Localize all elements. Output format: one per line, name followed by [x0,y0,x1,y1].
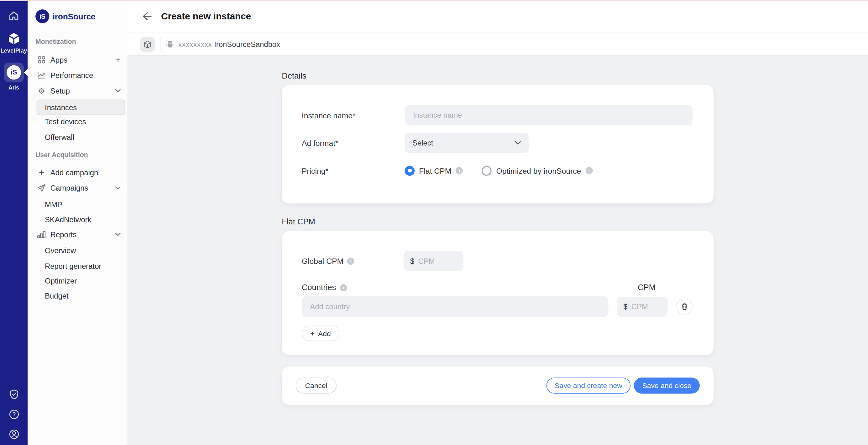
sidebar-item-label: Budget [45,292,69,300]
chevron-down-icon [515,141,521,145]
sidebar-item-label: Optimizer [45,277,77,285]
content-area: Details Instance name* Ad format* [127,56,868,445]
ad-format-select[interactable]: Select [405,133,529,153]
details-card: Instance name* Ad format* Select [282,85,714,203]
countries-header-row: Countries i CPM [302,283,714,292]
user-circle-icon [8,429,20,440]
levelplay-button[interactable]: LevelPlay [0,32,28,54]
campaigns-send-icon [37,184,47,193]
pricing-options: Flat CPM i Optimized by ironSource i [405,166,593,176]
global-cpm-row: Global CPM i $ [302,251,714,271]
sidebar-item-test-devices[interactable]: Test devices [28,114,127,129]
ads-button[interactable]: iS Ads [0,63,28,91]
levelplay-label: LevelPlay [1,47,27,54]
setup-gear-icon: ⚙ [37,87,47,95]
plus-icon: + [37,168,47,177]
country-cpm-field[interactable] [631,302,661,310]
ironsource-logo-icon: iS [35,9,49,23]
optimized-radio[interactable] [482,166,492,176]
country-cpm-input[interactable]: $ [617,297,668,317]
account-button[interactable] [0,429,28,440]
help-circle-icon: ? [8,409,20,420]
performance-chart-icon [37,71,47,79]
unity-levelplay-icon [7,32,20,45]
back-arrow-icon [141,11,153,22]
sidebar-item-label: Apps [51,56,67,64]
info-icon[interactable]: i [456,167,463,174]
sidebar-item-optimizer[interactable]: Optimizer [28,273,127,288]
sidebar-item-setup[interactable]: ⚙ Setup [28,83,127,98]
sidebar-item-offerwall[interactable]: Offerwall [28,129,127,145]
flat-cpm-card: Global CPM i $ Countries i [282,231,714,355]
app-context-bar: xxxxxxxxxIronSourceSandbox [127,33,868,56]
instance-name-row: Instance name* [302,105,714,126]
sidebar-item-label: Setup [51,87,70,95]
save-and-create-new-button[interactable]: Save and create new [547,378,631,394]
add-country-button[interactable]: + Add [302,326,339,341]
sidebar-item-label: SKAdNetwork [45,215,91,224]
sidebar-item-label: Test devices [45,117,86,126]
chevron-down-icon [115,186,121,190]
sidebar-item-apps[interactable]: Apps + [28,52,127,67]
divider [160,37,161,51]
sidebar-item-label: Add campaign [51,168,98,176]
ads-label: Ads [8,84,19,91]
add-label: Add [318,329,331,337]
instance-name-input[interactable] [405,105,692,126]
chevron-down-icon [115,89,121,92]
reports-bars-icon [37,230,47,239]
sidebar-item-label: Performance [51,71,93,79]
app-placeholder-tile [140,37,155,52]
android-icon [165,40,174,48]
country-input[interactable] [302,296,609,317]
compliance-button[interactable] [0,389,28,400]
sidebar-item-report-generator[interactable]: Report generator [28,258,127,274]
sidebar-item-reports[interactable]: Reports [28,227,127,242]
plus-icon: + [310,330,315,337]
svg-text:?: ? [12,411,16,417]
home-button[interactable] [0,10,28,22]
info-icon[interactable]: i [585,167,593,174]
info-icon[interactable]: i [347,257,354,265]
page-title: Create new instance [161,11,251,22]
cancel-button[interactable]: Cancel [296,378,337,394]
home-icon [8,10,20,22]
add-app-button[interactable]: + [116,56,121,64]
save-and-close-button[interactable]: Save and close [634,378,700,394]
sidebar-item-instances[interactable]: Instances [37,100,125,115]
actions-card: Cancel Save and create new Save and clos… [282,367,714,405]
shield-check-icon [8,389,20,400]
info-icon[interactable]: i [340,284,347,291]
flat-cpm-radio[interactable] [405,166,414,176]
sidebar-item-label: Campaigns [51,184,88,192]
brand-logo[interactable]: iS ironSource [35,9,95,23]
sidebar-item-campaigns[interactable]: Campaigns [28,180,127,196]
currency-symbol: $ [623,302,627,310]
global-cpm-input[interactable]: $ [404,251,463,271]
ad-format-row: Ad format* Select [302,133,714,153]
chevron-down-icon [115,233,121,236]
page-header: Create new instance [127,0,868,33]
required-asterisk: * [335,139,338,147]
trash-icon [681,303,688,310]
required-asterisk: * [325,166,329,175]
sidebar-item-budget[interactable]: Budget [28,288,127,303]
sidebar-item-performance[interactable]: Performance [28,68,127,83]
section-title-details: Details [282,71,714,80]
cpm-column-header: CPM [638,283,714,292]
main-panel: Create new instance xxxxxxxxxIronSourceS… [127,0,868,445]
flat-cpm-option-label: Flat CPM [419,166,451,175]
app-id: xxxxxxxxx [178,40,212,48]
help-button[interactable]: ? [0,409,28,420]
sidebar-item-label: Offerwall [45,133,74,141]
sidebar-item-label: MMP [45,200,62,208]
sidebar-item-overview[interactable]: Overview [28,243,127,258]
sidebar-item-skadnetwork[interactable]: SKAdNetwork [28,212,127,227]
sidebar-item-add-campaign[interactable]: + Add campaign [28,165,127,180]
sidebar-item-mmp[interactable]: MMP [28,197,127,212]
select-value: Select [412,139,433,147]
global-cpm-field[interactable] [418,257,457,265]
delete-row-button[interactable] [677,299,692,314]
instance-name-label: Instance name* [302,111,405,119]
back-button[interactable] [140,10,153,23]
